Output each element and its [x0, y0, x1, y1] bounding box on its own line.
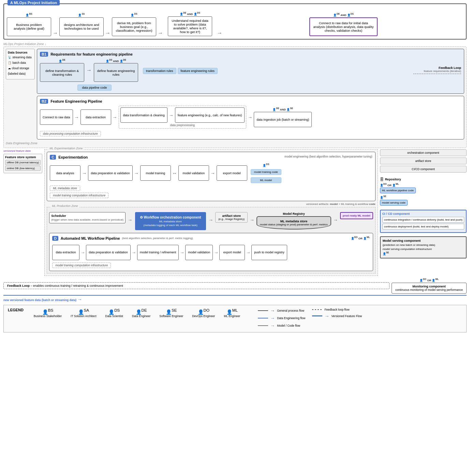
arrow-a2	[105, 30, 111, 36]
artifact-store: artifact store (e.g., Image Registry)	[215, 212, 248, 223]
arrow-a3	[158, 30, 163, 36]
ml-exp-zone-label: ML Experimentation Zone	[48, 147, 84, 150]
feature-engineering-rules: feature engineering rules	[178, 68, 218, 74]
right-sidebar: orchestration component artifact store C…	[380, 149, 467, 276]
b2-step4: feature engineering (e.g., calc. of new …	[175, 107, 245, 123]
role-de-and-ds: 👤DE AND 👤DS	[180, 12, 200, 16]
monitoring-wrap: 👤DO OR 👤ML Monitoring component continuo…	[392, 278, 467, 294]
ci-cd-box: CI / CD component continuous integration…	[380, 210, 467, 233]
infra-label-b2: data processing computation infrastructu…	[40, 130, 461, 136]
workflow-orchestration: ⚙ Workflow orchestration component ML me…	[135, 212, 206, 230]
model-registry-wrap: Model Registry ML metadata store model s…	[256, 212, 331, 229]
d-header: D Automated ML Workflow Pipeline (best a…	[52, 236, 370, 243]
feedback-loop-bottom: Feedback Loop – enables continuous train…	[3, 282, 390, 289]
workflow-row: Scheduler (trigger when new data availab…	[49, 212, 373, 230]
section-b1: B1 Requirements for feature engineering …	[37, 49, 464, 94]
legend-flow-versioned: → Versioned Feature Flow	[312, 313, 362, 319]
b1-flow: 👤DE define transformation & cleaning rul…	[40, 59, 461, 82]
ml-exp-zone-wrapper: ML Experimentation Zone C Experimentatio…	[44, 149, 378, 276]
role-bs: 👤BS	[26, 13, 32, 17]
mlops-initiation-zone: MLOps Project Initiation Zone ↓	[3, 42, 467, 46]
section-a: A MLOps Project Initiation 👤BS Business …	[3, 3, 467, 40]
model-serving-component: Model serving component (prediction on n…	[380, 236, 467, 259]
section-a-title: A MLOps Project Initiation	[8, 0, 60, 5]
scheduler: Scheduler (trigger when new data availab…	[49, 212, 126, 223]
arrow-a4	[217, 30, 222, 36]
ml-prod-zone: ML Production Zone Scheduler (trigger wh…	[47, 207, 376, 273]
legend-flows-2: Feedback loop flow → Versioned Feature F…	[312, 308, 362, 320]
legend-bs: 👤BS Business Stakeholder	[34, 308, 62, 318]
repository-section: 🗄 Repository 👤DO OR 👤ML ML workflow pipe…	[380, 177, 467, 206]
d-step4: model validation	[185, 245, 213, 260]
legend-flow-model: → Model / Code flow	[258, 323, 305, 328]
labeled-data: (labeled data)	[8, 72, 33, 75]
legend-flow-data-eng: → Data Engineering flow	[258, 315, 305, 321]
c-layout: versioned feature data Feature store sys…	[3, 149, 467, 276]
model-training-code: model training code	[251, 169, 281, 175]
arrow-a1	[53, 30, 58, 36]
b1-step1: define transformation & cleaning rules	[40, 63, 84, 82]
full-layout: Data Sources 📡 streaming data 📋 batch da…	[3, 46, 467, 302]
b1-artifacts: transformation rules feature engineering…	[143, 66, 218, 74]
model-registry-title: Model Registry	[256, 212, 331, 215]
prod-ml-model: prod ready ML model	[340, 212, 373, 219]
c-subtitle: model engineering (best algorithm select…	[284, 155, 372, 158]
legend-flows: → General process flow → Data Engineerin…	[258, 308, 305, 329]
section-a-flow: 👤BS Business problem analysis (define go…	[7, 12, 463, 36]
step-a1: Business problem analysis (define goal)	[7, 17, 51, 36]
transformation-rules: transformation rules	[143, 68, 176, 74]
data-engineering-zone: Data Engineering Zone	[6, 141, 464, 146]
b2-step5: data Ingestion job (batch or streaming)	[254, 112, 312, 127]
d-step6: push to model registry	[251, 245, 287, 260]
legend-se: 👤SE Software Engineer	[159, 308, 183, 318]
d-flow: data extraction data preparation & valid…	[52, 245, 370, 260]
b2-step3: data transformation & cleaning	[120, 107, 167, 123]
b1-step2-wrap: 👤DS AND 👤DE define feature engineering r…	[94, 59, 138, 82]
b2-flow: Connect to raw data data extraction	[40, 106, 461, 129]
legend-flow-feedback: Feedback loop flow	[312, 308, 362, 311]
feature-store: Feature store system offline DB (normal …	[3, 154, 42, 173]
legend-section: LEGEND 👤BS Business Stakeholder 👤SA IT S…	[3, 305, 467, 332]
d-step5: export model	[219, 245, 245, 260]
left-panel-c: versioned feature data Feature store sys…	[3, 149, 42, 276]
legend-do: 👤DO DevOps Engineer	[192, 308, 215, 318]
b1-step2: define feature engineering rules	[94, 63, 138, 82]
c-flow: data analysis data preparation & validat…	[50, 163, 372, 183]
c-step1: data analysis	[50, 165, 80, 181]
cicd-component-right: CI/CD component	[380, 166, 467, 173]
c-step2: data preparation & validation	[88, 165, 133, 181]
workflow-center: ⚙ Workflow orchestration component ML me…	[134, 212, 206, 230]
ml-prod-zone-label: ML Production Zone	[50, 204, 79, 208]
ml-workflow-pipeline-code: ML workflow pipeline code	[380, 188, 416, 193]
online-db: online DB (low-latency)	[5, 166, 41, 171]
d-step3: model training / refinement	[137, 245, 179, 260]
d-step1: data extraction	[52, 245, 79, 260]
ci-cd-item1: continuous integration / continuous deli…	[382, 217, 464, 223]
step-a3: derive ML problem from business goal (e.…	[112, 17, 156, 36]
b2-step2: data extraction	[80, 109, 111, 125]
legend-flow-general: → General process flow	[258, 308, 305, 313]
legend-ds: 👤DS Data Scientist	[105, 308, 123, 318]
legend-de: 👤DE Data Engineer	[132, 308, 150, 318]
new-versioned-data: new versioned feature data (batch or str…	[3, 295, 467, 302]
b1-step1-wrap: 👤DE define transformation & cleaning rul…	[40, 59, 84, 82]
data-preprocessing-group: data transformation & cleaning feature e…	[119, 106, 247, 129]
data-sources: Data Sources 📡 streaming data 📋 batch da…	[6, 49, 35, 79]
model-serving-code: model serving code	[380, 200, 408, 206]
legend-sa: 👤SA IT Solution Architect	[71, 308, 96, 318]
artifact-store-right: artifact store	[380, 158, 467, 164]
versioned-artifacts-label: versioned artifacts: model + ML training…	[47, 203, 376, 206]
c-infra: model training computation infrastructur…	[50, 192, 372, 198]
section-c: C Experimentation model engineering (bes…	[47, 152, 376, 201]
b2-title: B2 Feature Engineering Pipeline	[40, 99, 461, 104]
feedback-loop-b1: Feedback Loop feature requirements (iter…	[413, 66, 461, 74]
main-container: A MLOps Project Initiation 👤BS Business …	[0, 0, 470, 336]
ml-model: ML model	[251, 177, 281, 183]
section-b2: B2 Feature Engineering Pipeline Connect …	[37, 96, 464, 139]
b1-title: B1 Requirements for feature engineering …	[40, 52, 461, 57]
d-infra: model training computation infrastructur…	[52, 262, 370, 268]
role-sa: 👤SA	[78, 13, 85, 17]
streaming-data: 📡 streaming data	[8, 56, 33, 59]
c-metadata: ML metadata store	[50, 184, 372, 191]
step-a4: Understand required data to solve proble…	[168, 16, 212, 36]
